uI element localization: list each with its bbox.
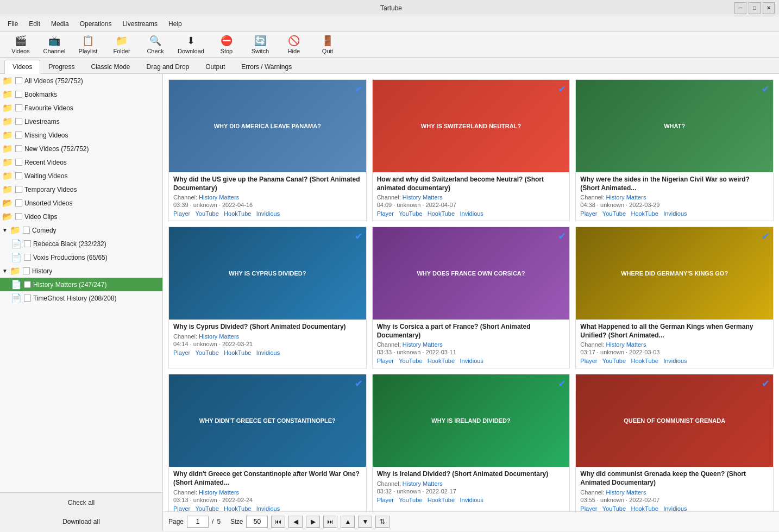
- toolbar-channel-button[interactable]: 📺 Channel: [38, 34, 71, 55]
- filter-button[interactable]: ⇅: [375, 516, 389, 528]
- invidious-link-v7[interactable]: Invidious: [256, 505, 280, 511]
- comedy-checkbox[interactable]: [23, 227, 30, 234]
- menu-help[interactable]: Help: [163, 18, 187, 30]
- youtube-link-v3[interactable]: YouTube: [602, 210, 626, 217]
- channel-link-v5[interactable]: History Matters: [403, 341, 443, 348]
- player-link-v9[interactable]: Player: [580, 505, 597, 511]
- toolbar-folder-button[interactable]: 📁 Folder: [105, 34, 138, 55]
- livestreams-checkbox[interactable]: [15, 118, 22, 125]
- sidebar-item-missing-videos[interactable]: 📁 Missing Videos: [0, 128, 162, 142]
- tab-classic-mode[interactable]: Classic Mode: [83, 60, 139, 73]
- video-card-v5[interactable]: WHY DOES FRANCE OWN CORSICA? ✔ Why is Co…: [372, 227, 570, 368]
- first-page-button[interactable]: ⏮: [271, 516, 285, 528]
- tab-progress[interactable]: Progress: [40, 60, 83, 73]
- sidebar-item-unsorted-videos[interactable]: 📂 Unsorted Videos: [0, 196, 162, 210]
- sidebar-item-waiting-videos[interactable]: 📁 Waiting Videos: [0, 169, 162, 183]
- rebecca-black-checkbox[interactable]: [24, 240, 31, 247]
- invidious-link-v9[interactable]: Invidious: [663, 505, 687, 511]
- invidious-link-v3[interactable]: Invidious: [663, 210, 687, 217]
- toolbar-quit-button[interactable]: 🚪 Quit: [311, 34, 344, 55]
- invidious-link-v6[interactable]: Invidious: [663, 358, 687, 364]
- menu-livestreams[interactable]: Livestreams: [117, 18, 163, 30]
- menu-media[interactable]: Media: [46, 18, 74, 30]
- tab-errors-warnings[interactable]: Errors / Warnings: [233, 60, 300, 73]
- hooktube-link-v8[interactable]: HookTube: [428, 497, 455, 503]
- player-link-v6[interactable]: Player: [580, 358, 597, 364]
- tab-drag-and-drop[interactable]: Drag and Drop: [139, 60, 198, 73]
- sidebar-item-rebecca-black[interactable]: 📄 Rebecca Black (232/232): [0, 237, 162, 251]
- toolbar-playlist-button[interactable]: 📋 Playlist: [72, 34, 104, 55]
- invidious-link-v1[interactable]: Invidious: [256, 210, 280, 217]
- download-all-button[interactable]: Download all: [0, 512, 162, 531]
- hooktube-link-v2[interactable]: HookTube: [428, 210, 455, 217]
- invidious-link-v4[interactable]: Invidious: [256, 349, 280, 356]
- missing-videos-checkbox[interactable]: [15, 132, 22, 139]
- player-link-v8[interactable]: Player: [377, 497, 394, 503]
- toolbar-check-button[interactable]: 🔍 Check: [139, 34, 172, 55]
- hooktube-link-v9[interactable]: HookTube: [631, 505, 658, 511]
- toolbar-download-button[interactable]: ⬇ Download: [173, 34, 209, 55]
- menu-file[interactable]: File: [2, 18, 23, 30]
- video-card-v4[interactable]: WHY IS CYPRUS DIVIDED? ✔ Why is Cyprus D…: [168, 227, 367, 368]
- channel-link-v2[interactable]: History Matters: [403, 194, 443, 201]
- check-all-button[interactable]: Check all: [0, 493, 162, 512]
- sidebar-item-video-clips[interactable]: 📂 Video Clips: [0, 210, 162, 223]
- recent-videos-checkbox[interactable]: [15, 159, 22, 166]
- voxis-checkbox[interactable]: [24, 254, 31, 261]
- player-link-v5[interactable]: Player: [377, 358, 394, 364]
- timeghost-checkbox[interactable]: [24, 295, 31, 302]
- comedy-collapse-arrow[interactable]: ▼: [2, 227, 8, 233]
- invidious-link-v8[interactable]: Invidious: [460, 497, 483, 503]
- history-matters-checkbox[interactable]: [24, 281, 31, 288]
- close-button[interactable]: ✕: [763, 2, 775, 14]
- sidebar-item-history-matters[interactable]: 📄 History Matters (247/247): [0, 278, 162, 291]
- youtube-link-v7[interactable]: YouTube: [196, 505, 219, 511]
- all-videos-checkbox[interactable]: [15, 77, 22, 84]
- menu-operations[interactable]: Operations: [74, 18, 117, 30]
- video-card-v7[interactable]: WHY DIDN'T GREECE GET CONSTANTINOPLE? ✔ …: [168, 374, 367, 511]
- youtube-link-v2[interactable]: YouTube: [399, 210, 422, 217]
- favourite-videos-checkbox[interactable]: [15, 104, 22, 111]
- temporary-videos-checkbox[interactable]: [15, 186, 22, 193]
- hooktube-link-v7[interactable]: HookTube: [224, 505, 251, 511]
- youtube-link-v1[interactable]: YouTube: [196, 210, 219, 217]
- video-card-v6[interactable]: WHERE DID GERMANY'S KINGS GO? ✔ What Hap…: [575, 227, 774, 368]
- channel-link-v7[interactable]: History Matters: [199, 489, 239, 496]
- youtube-link-v9[interactable]: YouTube: [602, 505, 626, 511]
- history-checkbox[interactable]: [23, 267, 30, 274]
- last-page-button[interactable]: ⏭: [323, 516, 337, 528]
- new-videos-checkbox[interactable]: [15, 145, 22, 152]
- bookmarks-checkbox[interactable]: [15, 91, 22, 98]
- player-link-v2[interactable]: Player: [377, 210, 394, 217]
- video-card-v8[interactable]: WHY IS IRELAND DIVIDED? ✔ Why is Ireland…: [372, 374, 570, 511]
- channel-link-v6[interactable]: History Matters: [606, 341, 646, 348]
- youtube-link-v8[interactable]: YouTube: [399, 497, 422, 503]
- invidious-link-v2[interactable]: Invidious: [460, 210, 483, 217]
- toolbar-hide-button[interactable]: 🚫 Hide: [278, 34, 310, 55]
- sidebar-item-recent-videos[interactable]: 📁 Recent Videos: [0, 155, 162, 169]
- sidebar-item-voxis[interactable]: 📄 Voxis Productions (65/65): [0, 251, 162, 264]
- menu-edit[interactable]: Edit: [23, 18, 46, 30]
- player-link-v4[interactable]: Player: [173, 349, 190, 356]
- hooktube-link-v5[interactable]: HookTube: [428, 358, 455, 364]
- youtube-link-v4[interactable]: YouTube: [196, 349, 219, 356]
- sidebar-item-history[interactable]: ▼ 📁 History: [0, 264, 162, 278]
- channel-link-v3[interactable]: History Matters: [606, 194, 646, 201]
- youtube-link-v5[interactable]: YouTube: [399, 358, 422, 364]
- sidebar-item-temporary-videos[interactable]: 📁 Temporary Videos: [0, 183, 162, 196]
- channel-link-v1[interactable]: History Matters: [199, 194, 239, 201]
- channel-link-v9[interactable]: History Matters: [606, 489, 646, 496]
- sort-desc-button[interactable]: ▼: [358, 516, 372, 528]
- sidebar-item-favourite-videos[interactable]: 📁 Favourite Videos: [0, 101, 162, 115]
- player-link-v3[interactable]: Player: [580, 210, 597, 217]
- youtube-link-v6[interactable]: YouTube: [602, 358, 626, 364]
- hooktube-link-v4[interactable]: HookTube: [224, 349, 251, 356]
- channel-link-v4[interactable]: History Matters: [199, 333, 239, 340]
- hooktube-link-v1[interactable]: HookTube: [224, 210, 251, 217]
- hooktube-link-v6[interactable]: HookTube: [631, 358, 658, 364]
- toolbar-videos-button[interactable]: 🎬 Videos: [4, 34, 37, 55]
- sidebar-item-livestreams[interactable]: 📁 Livestreams: [0, 115, 162, 128]
- toolbar-stop-button[interactable]: ⛔ Stop: [210, 34, 243, 55]
- next-page-button[interactable]: ▶: [306, 516, 320, 528]
- sidebar-item-bookmarks[interactable]: 📁 Bookmarks: [0, 87, 162, 101]
